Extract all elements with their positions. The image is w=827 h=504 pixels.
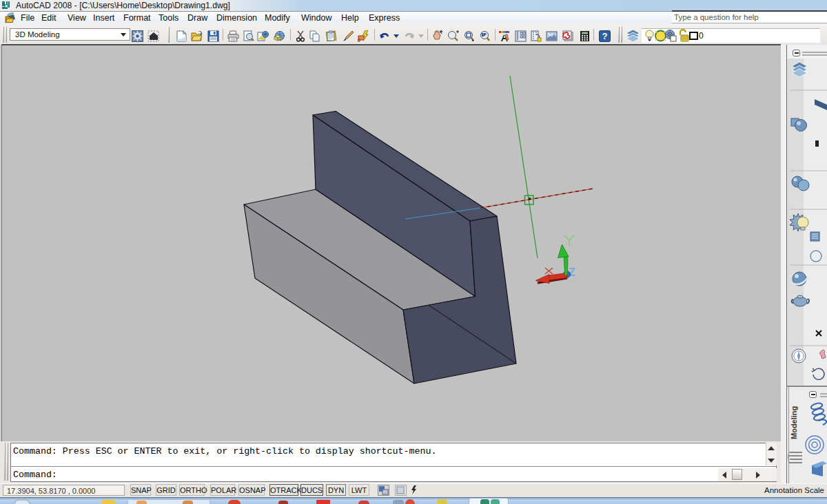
svg-text:?: ? (602, 31, 608, 41)
